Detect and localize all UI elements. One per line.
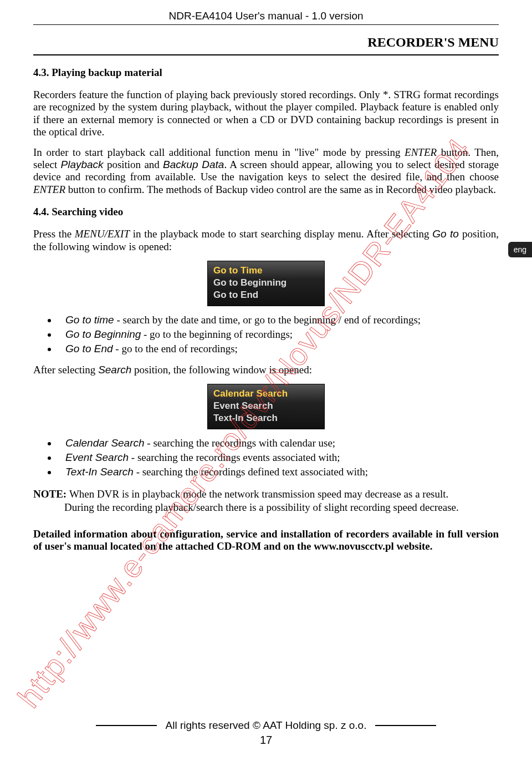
kw-enter2: ENTER <box>33 184 65 195</box>
para-4-3-a: Recorders feature the function of playin… <box>33 89 499 139</box>
para-4-4-b: After selecting Search position, the fol… <box>33 364 499 376</box>
list-item: Go to Beginning - go to the beginning of… <box>58 328 499 341</box>
text: position and <box>104 159 163 170</box>
text: - go to the beginning of recordings; <box>141 328 293 340</box>
section-title: RECORDER'S MENU <box>33 35 499 50</box>
page: http://www.e-camere.ro/dvr/Novus/NDR-EA4… <box>0 0 532 761</box>
text: - searching the recordings defined text … <box>134 466 368 478</box>
list-item: Calendar Search - searching the recordin… <box>58 437 499 449</box>
menu-item-event-search: Event Search <box>213 400 319 412</box>
kw: Text-In Search <box>65 466 134 478</box>
menu-search-image: Calendar Search Event Search Text-In Sea… <box>207 384 325 429</box>
footer-line-right <box>375 725 436 726</box>
text: - searching the recordings events associ… <box>129 451 340 463</box>
heading-4-3: 4.3. Playing backup material <box>33 67 499 79</box>
text: In order to start playback call addition… <box>33 146 405 158</box>
kw: Event Search <box>65 451 129 463</box>
text: - go to the end of recordings; <box>113 343 238 354</box>
note-label: NOTE: <box>33 488 69 500</box>
menu-item-go-to-beginning: Go to Beginning <box>213 277 319 289</box>
language-tab: eng <box>508 242 532 257</box>
text: button to confirm. The methods of Backup… <box>65 184 496 195</box>
page-number: 17 <box>33 734 499 747</box>
text: Press the <box>33 228 75 240</box>
list-item: Event Search - searching the recordings … <box>58 451 499 464</box>
note-line1: When DVR is in playback mode the network… <box>69 488 448 500</box>
kw-enter: ENTER <box>405 146 437 158</box>
kw-backup-data: Backup Data <box>163 159 224 170</box>
note-block: NOTE: When DVR is in playback mode the n… <box>33 488 499 514</box>
text: - search by the date and time, or go to … <box>114 314 421 326</box>
text: in the playback mode to start searching … <box>130 228 432 240</box>
list-item: Go to time - search by the date and time… <box>58 314 499 326</box>
footer-line-left <box>96 725 157 726</box>
kw-goto: Go to <box>432 228 462 240</box>
footer-rule: All rights reserved © AAT Holding sp. z … <box>33 719 499 732</box>
list-item: Text-In Search - searching the recording… <box>58 466 499 478</box>
menu-goto-image: Go to Time Go to Beginning Go to End <box>207 261 325 306</box>
menu-item-text-in-search: Text-In Search <box>213 412 319 424</box>
kw-menu-exit: MENU/EXIT <box>75 228 130 240</box>
menu-item-calendar-search: Calendar Search <box>213 388 319 400</box>
text: position, the following window is opened… <box>131 364 312 376</box>
footer: All rights reserved © AAT Holding sp. z … <box>33 719 499 747</box>
heading-4-4: 4.4. Searching video <box>33 206 499 218</box>
footer-text: All rights reserved © AAT Holding sp. z … <box>166 719 367 732</box>
double-rule <box>33 54 499 55</box>
kw: Go to Beginning <box>65 328 141 340</box>
doc-header: NDR-EA4104 User's manual - 1.0 version <box>33 10 499 22</box>
note-line2: During the recording playback/search the… <box>64 501 499 514</box>
para-4-4-a: Press the MENU/EXIT in the playback mode… <box>33 228 499 253</box>
kw: Calendar Search <box>65 437 145 449</box>
kw: Go to time <box>65 314 114 326</box>
kw-playback: Playback <box>61 159 104 170</box>
kw-search: Search <box>98 364 131 376</box>
list-item: Go to End - go to the end of recordings; <box>58 343 499 355</box>
menu-item-go-to-end: Go to End <box>213 289 319 301</box>
text: After selecting <box>33 364 98 376</box>
para-4-3-b: In order to start playback call addition… <box>33 146 499 196</box>
doc-header-rule <box>33 24 499 25</box>
text: - searching the recordings with calendar… <box>145 437 336 449</box>
bullets-search: Calendar Search - searching the recordin… <box>33 437 499 478</box>
bullets-goto: Go to time - search by the date and time… <box>33 314 499 355</box>
menu-item-go-to-time: Go to Time <box>213 265 319 277</box>
kw: Go to End <box>65 343 113 354</box>
closing-paragraph: Detailed information about configuration… <box>33 528 499 552</box>
